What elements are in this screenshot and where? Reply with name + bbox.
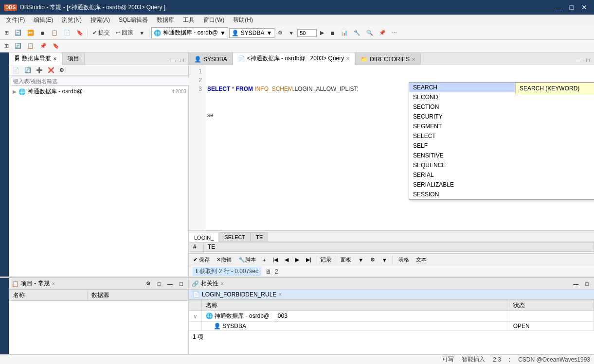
bottom-left-title-bar: 📋 项目 - 常规 ✕ ⚙ □ — □: [9, 278, 188, 290]
panel-btn[interactable]: 面板: [338, 255, 354, 264]
autocomplete-item-9[interactable]: SERIAL: [409, 170, 594, 180]
bottom-left-min[interactable]: ⚙: [144, 279, 153, 288]
text-btn[interactable]: 文本: [414, 255, 429, 264]
prev2-btn[interactable]: ◀: [282, 256, 291, 264]
autocomplete-item-10[interactable]: SERIALIZABLE: [409, 180, 594, 190]
tb-btn-7[interactable]: 🔖: [74, 28, 86, 37]
tab-query[interactable]: 📄 <神通数据库 - osrdb@ 2003> Query ✕: [233, 52, 356, 65]
result-tab-login[interactable]: LOGIN_: [189, 233, 219, 242]
nav-btn5[interactable]: ⚙: [57, 66, 66, 74]
menu-database[interactable]: 数据库: [153, 15, 178, 25]
relation-item-close[interactable]: ✕: [278, 292, 282, 297]
tb-more[interactable]: ⋯: [389, 28, 399, 37]
autocomplete-dropdown[interactable]: SEARCH SECOND SECTION SECURITY SEGMENT S…: [409, 82, 594, 200]
menu-file[interactable]: 文件(F): [2, 15, 29, 25]
nav-btn2[interactable]: 🔄: [22, 66, 33, 74]
undo-btn[interactable]: ✕撤销: [214, 255, 234, 264]
rel-col-name: 名称: [202, 300, 509, 311]
autocomplete-item-2[interactable]: SECTION: [409, 102, 594, 112]
nav-btn3[interactable]: ➕: [34, 66, 45, 74]
settings-arrow[interactable]: ▼: [379, 256, 390, 264]
tb-settings[interactable]: ⚙: [275, 28, 285, 37]
main-panel-maximize[interactable]: □: [584, 56, 592, 65]
autocomplete-item-5[interactable]: SELECT: [409, 131, 594, 141]
nav-btn1[interactable]: 📄: [11, 66, 21, 74]
menu-tools[interactable]: 工具: [179, 15, 198, 25]
bottom-left-panel: 📋 项目 - 常规 ✕ ⚙ □ — □ 名称 数据源: [9, 278, 189, 354]
tb-find[interactable]: 🔍: [364, 28, 376, 37]
tb-explain[interactable]: 📊: [339, 28, 350, 37]
tb-run[interactable]: ▶: [318, 28, 326, 37]
menu-search[interactable]: 搜索(A): [87, 15, 114, 25]
table-btn[interactable]: 表格: [396, 255, 412, 264]
tb-btn-2[interactable]: 🔄: [12, 28, 24, 37]
tab-db-navigator[interactable]: 🗄 数据库导航 ✕: [9, 52, 62, 65]
tb-btn-3[interactable]: ⏩: [25, 28, 36, 37]
tb2-btn3[interactable]: 📋: [25, 41, 36, 51]
tree-item-db[interactable]: ▶ 🌐 神通数据库 - osrdb@ 4:2003: [9, 87, 188, 97]
tab-directories[interactable]: 📁 DIRECTORIES ✕: [355, 53, 421, 65]
relation-min[interactable]: —: [571, 280, 581, 288]
line-num-2: 2: [190, 76, 202, 85]
panel-arrow[interactable]: ▼: [356, 256, 366, 264]
next-btn[interactable]: ▶: [293, 256, 302, 264]
tb2-btn1[interactable]: ⊞: [2, 41, 11, 51]
tab-sysdba[interactable]: 👤 SYSDBA: [189, 53, 233, 65]
tab-query-close[interactable]: ✕: [346, 56, 350, 61]
result-tab-te[interactable]: TE: [251, 232, 268, 242]
tb-btn-5[interactable]: 📋: [49, 28, 60, 37]
tb-format[interactable]: 🔧: [351, 28, 363, 37]
bottom-left-close[interactable]: —: [165, 280, 175, 288]
tb2-btn2[interactable]: 🔄: [12, 41, 24, 51]
autocomplete-item-3[interactable]: SECURITY: [409, 112, 594, 121]
menu-sql-editor[interactable]: SQL编辑器: [115, 15, 152, 25]
rel-col-expand: [189, 300, 202, 311]
rel-name-2: 👤 SYSDBA: [202, 322, 509, 331]
tb-bookmark[interactable]: 📌: [377, 28, 388, 37]
autocomplete-item-8[interactable]: SEQUENCE: [409, 160, 594, 170]
menu-help[interactable]: 帮助(H): [229, 15, 257, 25]
tb-btn-1[interactable]: ⊞: [2, 28, 11, 37]
autocomplete-item-6[interactable]: SELF: [409, 141, 594, 151]
close-button[interactable]: ✕: [578, 3, 590, 11]
relation-max[interactable]: □: [583, 280, 591, 288]
limit-input[interactable]: [297, 29, 317, 37]
menu-view[interactable]: 浏览(N): [58, 15, 86, 25]
submit-button[interactable]: ✔ 提交: [90, 27, 112, 38]
left-panel-maximize[interactable]: □: [178, 56, 186, 65]
script-btn[interactable]: 🔧脚本: [236, 255, 258, 264]
bottom-left-close2[interactable]: □: [177, 280, 185, 288]
tab-dirs-close[interactable]: ✕: [412, 57, 415, 62]
main-panel-minimize[interactable]: —: [574, 56, 584, 65]
user-selector[interactable]: 👤 SYSDBA ▼: [229, 28, 275, 38]
menu-edit[interactable]: 编辑(E): [30, 15, 57, 25]
next2-btn[interactable]: ▶|: [304, 256, 314, 264]
settings-btn2[interactable]: ⚙: [368, 256, 378, 264]
autocomplete-item-7[interactable]: SENSITIVE: [409, 151, 594, 160]
minimize-button[interactable]: —: [552, 3, 565, 11]
tb-btn-4[interactable]: ⏺: [37, 29, 48, 37]
nav-btn4[interactable]: ❌: [46, 66, 56, 74]
result-table: # TE 1 1 2 2: [189, 242, 594, 253]
tb-btn-6[interactable]: 📄: [61, 28, 73, 37]
db-selector[interactable]: 🌐 神通数据库 - osrdb@ ▼: [151, 27, 228, 38]
maximize-button[interactable]: □: [567, 3, 576, 11]
tb2-btn5[interactable]: 🔖: [50, 41, 62, 51]
tb-stop[interactable]: ⏹: [327, 29, 338, 37]
tab-project[interactable]: 项目: [62, 52, 85, 65]
tb-arrow2[interactable]: ▼: [286, 29, 296, 37]
save-btn[interactable]: ✔ 保存: [191, 255, 212, 264]
nav-filter-input[interactable]: [11, 77, 190, 86]
autocomplete-item-11[interactable]: SESSION: [409, 190, 594, 199]
result-tab-select[interactable]: SELECT: [219, 232, 251, 242]
prev-btn[interactable]: |◀: [270, 256, 281, 264]
autocomplete-item-4[interactable]: SEGMENT: [409, 121, 594, 131]
project-col-source: 数据源: [87, 290, 188, 301]
bottom-left-max[interactable]: □: [155, 280, 163, 288]
left-panel-minimize[interactable]: —: [168, 56, 178, 65]
tb2-btn4[interactable]: 📌: [37, 41, 49, 51]
add-row-btn[interactable]: +: [260, 256, 268, 264]
tb-arrow[interactable]: ▼: [137, 29, 147, 37]
rollback-button[interactable]: ↩ 回滚: [113, 27, 136, 38]
menu-window[interactable]: 窗口(W): [199, 15, 228, 25]
